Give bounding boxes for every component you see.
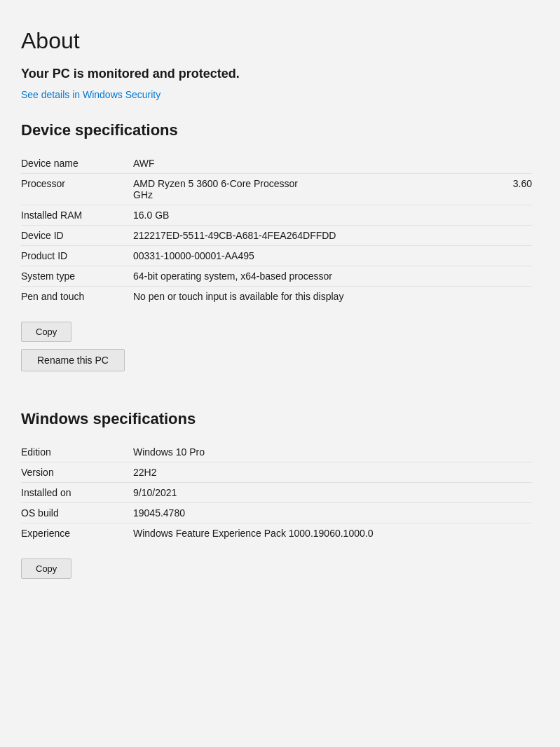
spec-value-installed-on: 9/10/2021 — [133, 483, 532, 503]
spec-value-device-name: AWF — [133, 153, 532, 174]
windows-specs-title: Windows specifications — [21, 410, 532, 428]
spec-label-pen-touch: Pen and touch — [21, 287, 133, 307]
windows-specs-table: Edition Windows 10 Pro Version 22H2 Inst… — [21, 442, 532, 543]
spec-value-device-id: 212217ED-5511-49CB-A681-4FEA264DFFDD — [133, 226, 532, 246]
table-row: System type 64-bit operating system, x64… — [21, 266, 532, 287]
table-row: Installed on 9/10/2021 — [21, 483, 532, 503]
table-row: Edition Windows 10 Pro — [21, 442, 532, 462]
protection-status: Your PC is monitored and protected. — [21, 67, 532, 81]
table-row: OS build 19045.4780 — [21, 503, 532, 523]
processor-speed: 3.60 — [513, 178, 532, 189]
table-row: Device name AWF — [21, 153, 532, 174]
page-title: About — [21, 28, 532, 54]
spec-label-os-build: OS build — [21, 503, 133, 523]
spec-label-version: Version — [21, 462, 133, 483]
windows-specs-copy-button[interactable]: Copy — [21, 558, 71, 579]
spec-label-device-name: Device name — [21, 153, 133, 174]
spec-label-product-id: Product ID — [21, 246, 133, 266]
spec-label-edition: Edition — [21, 442, 133, 462]
device-specs-copy-button[interactable]: Copy — [21, 322, 71, 342]
rename-pc-button[interactable]: Rename this PC — [21, 349, 125, 371]
table-row: Pen and touch No pen or touch input is a… — [21, 287, 532, 307]
spec-value-edition: Windows 10 Pro — [133, 442, 532, 462]
security-link[interactable]: See details in Windows Security — [21, 89, 161, 100]
spec-label-experience: Experience — [21, 523, 133, 544]
spec-label-system-type: System type — [21, 266, 133, 287]
spec-label-device-id: Device ID — [21, 226, 133, 246]
spec-label-processor: Processor — [21, 174, 133, 205]
spec-value-system-type: 64-bit operating system, x64-based proce… — [133, 266, 532, 287]
table-row: Product ID 00331-10000-00001-AA495 — [21, 246, 532, 266]
device-specifications-section: Device specifications Device name AWF Pr… — [21, 121, 532, 392]
spec-value-os-build: 19045.4780 — [133, 503, 532, 523]
table-row: Installed RAM 16.0 GB — [21, 205, 532, 226]
device-specs-table: Device name AWF Processor AMD Ryzen 5 36… — [21, 153, 532, 306]
table-row: Experience Windows Feature Experience Pa… — [21, 523, 532, 544]
spec-value-pen-touch: No pen or touch input is available for t… — [133, 287, 532, 307]
spec-value-processor: AMD Ryzen 5 3600 6-Core Processor 3.60GH… — [133, 174, 532, 205]
table-row: Processor AMD Ryzen 5 3600 6-Core Proces… — [21, 174, 532, 205]
table-row: Device ID 212217ED-5511-49CB-A681-4FEA26… — [21, 226, 532, 246]
spec-value-experience: Windows Feature Experience Pack 1000.190… — [133, 523, 532, 544]
spec-value-product-id: 00331-10000-00001-AA495 — [133, 246, 532, 266]
spec-value-installed-ram: 16.0 GB — [133, 205, 532, 226]
spec-label-installed-on: Installed on — [21, 483, 133, 503]
device-specs-title: Device specifications — [21, 121, 532, 139]
spec-value-version: 22H2 — [133, 462, 532, 483]
table-row: Version 22H2 — [21, 462, 532, 483]
windows-specifications-section: Windows specifications Edition Windows 1… — [21, 410, 532, 586]
spec-label-installed-ram: Installed RAM — [21, 205, 133, 226]
